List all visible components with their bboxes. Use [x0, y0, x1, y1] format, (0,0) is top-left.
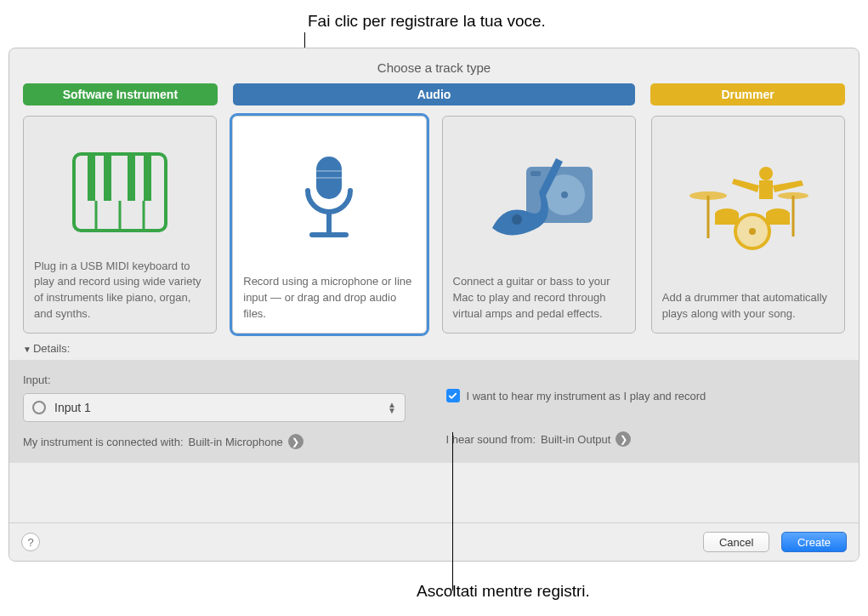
- callout-bottom-line: [452, 432, 453, 590]
- callout-top-text: Fai clic per registrare la tua voce.: [308, 12, 546, 31]
- connected-device-line[interactable]: My instrument is connected with: Built-i…: [23, 434, 423, 449]
- keyboard-icon: [34, 127, 206, 259]
- card-software-text: Plug in a USB MIDI keyboard to play and …: [34, 259, 206, 322]
- monitor-checkbox[interactable]: [446, 389, 460, 402]
- input-label: Input:: [23, 374, 423, 386]
- cancel-button[interactable]: Cancel: [703, 532, 769, 552]
- card-drummer[interactable]: Add a drummer that automatically plays a…: [651, 116, 845, 334]
- tab-software-instrument[interactable]: Software Instrument: [23, 83, 218, 106]
- track-type-cards: Plug in a USB MIDI keyboard to play and …: [9, 106, 859, 334]
- card-guitar-text: Connect a guitar or bass to your Mac to …: [453, 274, 625, 322]
- input-channel-icon: [32, 401, 46, 414]
- svg-point-18: [759, 167, 773, 180]
- help-button[interactable]: ?: [21, 533, 40, 551]
- guitar-amp-icon: [453, 127, 625, 274]
- input-select-value: Input 1: [54, 401, 91, 414]
- new-track-dialog: Choose a track type Software Instrument …: [9, 48, 859, 562]
- drummer-icon: [662, 127, 834, 290]
- card-audio-guitar[interactable]: Connect a guitar or bass to your Mac to …: [442, 116, 636, 334]
- svg-rect-16: [530, 171, 541, 176]
- connected-prefix: My instrument is connected with:: [23, 436, 184, 448]
- card-mic-text: Record using a microphone or line input …: [243, 274, 415, 322]
- arrow-right-icon: ❯: [616, 431, 631, 447]
- svg-point-17: [512, 214, 522, 225]
- input-select[interactable]: Input 1 ▲▼: [23, 393, 406, 422]
- card-software-instrument[interactable]: Plug in a USB MIDI keyboard to play and …: [23, 116, 217, 334]
- details-panel: Input: Input 1 ▲▼ My instrument is conne…: [9, 360, 859, 463]
- connected-device-value: Built-in Microphone: [189, 436, 283, 448]
- track-type-tabs: Software Instrument Audio Drummer: [9, 83, 859, 106]
- dialog-footer: ? Cancel Create: [9, 522, 859, 561]
- output-prefix: I hear sound from:: [446, 433, 536, 446]
- tab-drummer[interactable]: Drummer: [650, 83, 845, 106]
- output-device-line[interactable]: I hear sound from: Built-in Output ❯: [446, 431, 846, 447]
- microphone-icon: [243, 127, 415, 274]
- details-disclosure[interactable]: ▼Details:: [9, 334, 859, 360]
- dialog-title: Choose a track type: [9, 48, 859, 83]
- svg-rect-4: [144, 154, 151, 201]
- arrow-right-icon: ❯: [288, 434, 304, 449]
- svg-rect-24: [715, 213, 739, 225]
- svg-rect-3: [128, 154, 135, 201]
- details-label: Details:: [33, 342, 70, 355]
- monitor-checkbox-label: I want to hear my instrument as I play a…: [467, 390, 706, 402]
- card-drummer-text: Add a drummer that automatically plays a…: [662, 290, 834, 322]
- svg-point-29: [749, 228, 756, 235]
- svg-rect-1: [88, 154, 95, 201]
- select-chevrons-icon: ▲▼: [386, 402, 398, 414]
- output-device-value: Built-in Output: [541, 433, 610, 446]
- svg-point-15: [561, 191, 568, 198]
- disclosure-triangle-icon: ▼: [23, 345, 31, 354]
- create-button[interactable]: Create: [781, 532, 847, 552]
- callout-bottom-text: Ascoltati mentre registri.: [417, 582, 590, 601]
- tab-audio[interactable]: Audio: [233, 83, 635, 106]
- card-audio-mic[interactable]: Record using a microphone or line input …: [232, 116, 426, 334]
- svg-rect-2: [104, 154, 111, 201]
- svg-rect-26: [766, 213, 790, 225]
